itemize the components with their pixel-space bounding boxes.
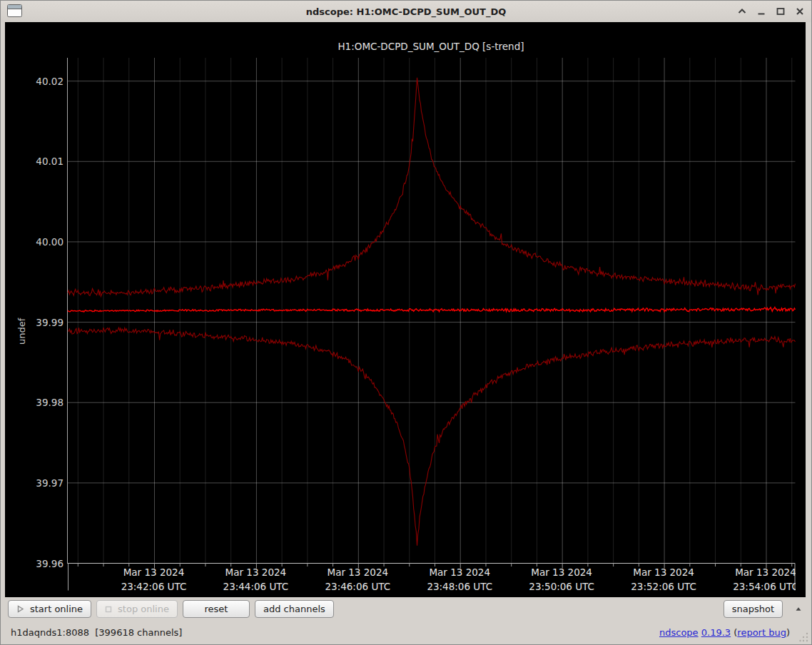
paren-open: ( <box>731 627 737 638</box>
trace-plot <box>68 58 796 593</box>
y-tick-label: 39.97 <box>14 477 64 489</box>
maximize-icon[interactable] <box>775 6 786 17</box>
reset-button[interactable]: reset <box>183 600 250 618</box>
window-controls <box>736 1 806 22</box>
trace-max <box>68 78 796 297</box>
version-link[interactable]: 0.19.3 <box>701 627 731 638</box>
shade-icon[interactable] <box>736 6 748 17</box>
y-tick-label: 40.01 <box>14 156 64 167</box>
title-bar: ndscope: H1:OMC-DCPD_SUM_OUT_DQ <box>1 1 811 22</box>
start-online-label: start online <box>30 604 83 614</box>
plot-canvas[interactable] <box>67 58 795 564</box>
y-axis-label: undef <box>16 285 29 377</box>
x-tick-label: Mar 13 202423:50:06 UTC <box>508 565 615 590</box>
report-bug-link[interactable]: report bug <box>737 627 786 638</box>
add-channels-button[interactable]: add channels <box>255 600 334 618</box>
trace-mean <box>68 308 796 313</box>
y-tick-label: 39.99 <box>14 317 64 328</box>
toolbar-left-group: start online stop online reset add chann… <box>8 600 334 618</box>
ndscope-window: ndscope: H1:OMC-DCPD_SUM_OUT_DQ H1:OMC-D… <box>0 0 812 645</box>
y-tick-label: 39.98 <box>14 397 64 408</box>
ndscope-link[interactable]: ndscope <box>659 627 699 638</box>
start-online-button[interactable]: start online <box>8 600 91 618</box>
plot-area: H1:OMC-DCPD_SUM_OUT_DQ [s-trend] undef 4… <box>5 22 806 597</box>
minimize-icon[interactable] <box>756 6 767 17</box>
stop-icon <box>105 606 112 613</box>
play-icon <box>16 605 24 613</box>
snapshot-button[interactable]: snapshot <box>724 600 783 618</box>
plot-title: H1:OMC-DCPD_SUM_OUT_DQ [s-trend] <box>67 41 795 52</box>
add-channels-label: add channels <box>263 604 325 614</box>
x-tick-label: Mar 13 202423:42:06 UTC <box>100 565 207 590</box>
collapse-panel-button[interactable] <box>791 602 806 616</box>
window-title: ndscope: H1:OMC-DCPD_SUM_OUT_DQ <box>1 6 811 17</box>
y-tick-label: 40.02 <box>14 76 64 87</box>
x-axis-ticks: Mar 13 202423:42:06 UTCMar 13 202423:44:… <box>67 564 796 590</box>
toolbar: start online stop online reset add chann… <box>1 597 811 621</box>
triangle-up-icon <box>796 605 801 613</box>
stop-online-button[interactable]: stop online <box>96 600 178 618</box>
status-bar: h1daqnds1:8088 [399618 channels] ndscope… <box>1 621 811 644</box>
y-tick-label: 39.96 <box>14 558 64 569</box>
stop-online-label: stop online <box>118 604 169 614</box>
trace-min <box>68 327 796 546</box>
x-tick-label: Mar 13 202423:48:06 UTC <box>406 565 513 590</box>
x-tick-label: Mar 13 202423:54:06 UTC <box>712 565 796 590</box>
toolbar-right-group: snapshot <box>724 600 806 618</box>
server-status: h1daqnds1:8088 [399618 channels] <box>11 627 182 638</box>
y-tick-label: 40.00 <box>14 236 64 248</box>
x-tick-label: Mar 13 202423:44:06 UTC <box>202 565 309 590</box>
about-links: ndscope 0.19.3 (report bug) <box>659 627 790 638</box>
close-icon[interactable] <box>794 6 806 17</box>
paren-close: ) <box>786 627 790 638</box>
reset-label: reset <box>204 604 228 614</box>
x-tick-label: Mar 13 202423:52:06 UTC <box>610 565 717 590</box>
resize-grip[interactable] <box>799 632 809 642</box>
x-tick-label: Mar 13 202423:46:06 UTC <box>304 565 411 590</box>
snapshot-label: snapshot <box>732 604 774 614</box>
